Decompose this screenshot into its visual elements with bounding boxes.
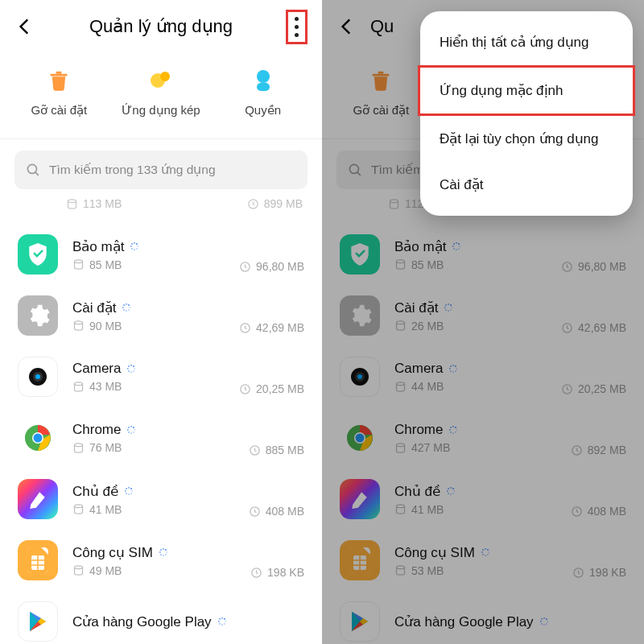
svg-point-47 <box>134 431 135 433</box>
svg-point-33 <box>134 370 135 372</box>
svg-point-83 <box>221 624 223 625</box>
overflow-menu: Hiển thị tất cả ứng dụng Ứng dụng mặc đị… <box>420 11 633 216</box>
app-icon-settings <box>18 295 58 336</box>
app-icon-chrome <box>18 418 58 458</box>
svg-point-23 <box>122 307 124 308</box>
app-list[interactable]: Bảo mật 85 MB 96,80 MB Cài đặt 90 MB 42,… <box>0 225 322 644</box>
app-row[interactable]: Cài đặt 90 MB 42,69 MB <box>0 286 322 347</box>
svg-point-59 <box>126 493 127 494</box>
more-menu-button[interactable] <box>286 10 308 44</box>
app-icon-sim <box>18 540 58 580</box>
app-storage: 49 MB <box>72 564 236 577</box>
svg-point-17 <box>75 260 83 263</box>
app-row[interactable]: Chrome 76 MB 885 MB <box>0 408 322 469</box>
svg-point-60 <box>125 490 126 492</box>
app-info: Bảo mật 85 MB <box>72 238 225 271</box>
menu-default-apps[interactable]: Ứng dụng mặc định <box>418 65 635 116</box>
app-time: 20,25 MB <box>239 382 304 395</box>
app-storage: 85 MB <box>72 258 225 271</box>
svg-point-11 <box>134 249 135 250</box>
svg-point-15 <box>134 242 135 244</box>
svg-point-13 <box>130 246 132 247</box>
loading-icon <box>121 302 132 313</box>
svg-point-72 <box>165 554 167 555</box>
back-icon[interactable] <box>14 16 35 37</box>
app-name: Chrome <box>72 422 121 438</box>
app-info: Cài đặt 90 MB <box>72 299 225 332</box>
svg-point-49 <box>129 431 130 433</box>
svg-rect-0 <box>51 74 68 76</box>
app-time: 408 MB <box>249 505 304 518</box>
menu-settings[interactable]: Cài đặt <box>420 162 633 208</box>
app-row[interactable]: Camera 43 MB 20,25 MB <box>0 347 322 408</box>
app-time: 42,69 MB <box>239 321 304 334</box>
svg-point-21 <box>126 310 128 312</box>
svg-point-51 <box>129 427 130 428</box>
action-uninstall-label: Gỡ cài đặt <box>31 103 87 118</box>
menu-show-all-apps[interactable]: Hiển thị tất cả ứng dụng <box>420 19 633 65</box>
app-name: Cửa hàng Google Play <box>72 613 212 630</box>
svg-point-84 <box>219 623 221 625</box>
app-icon-play <box>18 601 58 642</box>
app-time: 198 KB <box>250 566 304 579</box>
app-name: Công cụ SIM <box>72 544 153 561</box>
svg-point-35 <box>129 370 130 372</box>
storage-icon <box>72 503 85 515</box>
trash-icon <box>45 68 72 95</box>
svg-point-39 <box>134 365 135 367</box>
svg-point-87 <box>221 617 223 619</box>
clock-icon <box>247 198 259 210</box>
svg-point-31 <box>35 374 40 379</box>
svg-point-74 <box>160 554 162 555</box>
screen-right: Qu Gỡ cài đặt Ứng dụng kép Quyền Tìm ki <box>322 0 644 644</box>
quick-actions: Gỡ cài đặt Ứng dụng kép Quyền <box>0 53 322 138</box>
svg-point-32 <box>134 368 136 369</box>
search-input[interactable]: Tìm kiếm trong 133 ứng dụng <box>14 151 308 189</box>
svg-point-48 <box>131 432 133 434</box>
svg-point-24 <box>124 304 126 306</box>
action-dual-apps[interactable]: Ứng dụng kép <box>110 68 211 118</box>
svg-point-81 <box>225 621 226 622</box>
svg-point-56 <box>131 490 133 492</box>
loading-icon <box>217 616 228 627</box>
svg-point-20 <box>128 309 130 311</box>
app-row[interactable]: Chủ đề 41 MB 408 MB <box>0 469 322 530</box>
svg-point-9 <box>138 246 139 247</box>
app-name: Camera <box>72 361 121 377</box>
search-placeholder: Tìm kiếm trong 133 ứng dụng <box>49 163 216 177</box>
svg-point-61 <box>126 488 127 489</box>
app-icon-theme <box>18 479 58 519</box>
app-time: 96,80 MB <box>239 260 304 273</box>
app-info: Công cụ SIM 49 MB <box>72 544 236 577</box>
svg-point-36 <box>127 368 129 369</box>
svg-point-45 <box>34 434 43 443</box>
action-permissions-label: Quyền <box>245 103 281 118</box>
storage-icon <box>66 198 78 210</box>
app-icon-camera <box>18 357 58 397</box>
svg-point-50 <box>127 429 129 431</box>
action-permissions[interactable]: Quyền <box>213 68 313 118</box>
svg-point-58 <box>128 493 130 495</box>
app-row[interactable]: Công cụ SIM 49 MB 198 KB <box>0 530 322 592</box>
app-storage: 43 MB <box>72 380 225 393</box>
app-icon-shield <box>18 234 58 275</box>
clock-icon <box>239 383 251 395</box>
svg-point-3 <box>160 72 170 81</box>
loading-icon <box>126 363 137 374</box>
app-info: Cửa hàng Google Play <box>72 613 304 630</box>
app-row[interactable]: Cửa hàng Google Play <box>0 592 322 644</box>
svg-point-16 <box>136 243 138 245</box>
svg-point-86 <box>219 618 221 620</box>
svg-rect-1 <box>56 72 62 74</box>
svg-point-37 <box>129 365 130 367</box>
svg-point-27 <box>75 321 83 324</box>
menu-reset-app-prefs[interactable]: Đặt lại tùy chọn ứng dụng <box>420 116 633 162</box>
svg-point-7 <box>68 199 76 202</box>
storage-icon <box>72 381 85 393</box>
app-row[interactable]: Bảo mật 85 MB 96,80 MB <box>0 225 322 286</box>
action-uninstall[interactable]: Gỡ cài đặt <box>9 68 109 118</box>
divider <box>0 138 322 139</box>
app-storage: 41 MB <box>72 503 234 516</box>
loading-icon <box>158 547 169 558</box>
app-storage: 90 MB <box>72 320 225 332</box>
